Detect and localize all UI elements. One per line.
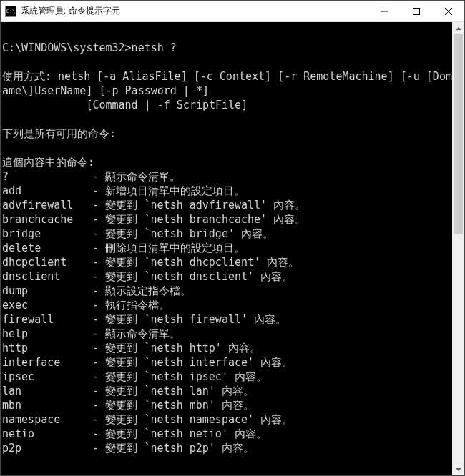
svg-marker-5 [456, 468, 461, 471]
scrollbar-thumb[interactable] [454, 34, 463, 234]
vertical-scrollbar[interactable] [452, 22, 464, 475]
close-button[interactable] [432, 1, 464, 21]
scrollbar-track[interactable] [452, 34, 464, 463]
cmd-icon: C:\ [5, 6, 16, 17]
svg-marker-4 [456, 27, 461, 30]
svg-rect-1 [413, 8, 419, 14]
scroll-down-button[interactable] [452, 463, 464, 475]
window-controls [368, 1, 464, 21]
maximize-button[interactable] [400, 1, 432, 21]
terminal-area: C:\WINDOWS\system32>netsh ? 使用方式: netsh … [1, 22, 464, 475]
scroll-up-button[interactable] [452, 22, 464, 34]
minimize-button[interactable] [368, 1, 400, 21]
terminal-output[interactable]: C:\WINDOWS\system32>netsh ? 使用方式: netsh … [1, 22, 452, 475]
window-title: 系統管理員: 命令提示字元 [21, 5, 368, 17]
command-prompt-window: C:\ 系統管理員: 命令提示字元 C:\WINDOWS\system32>ne… [0, 0, 465, 476]
titlebar[interactable]: C:\ 系統管理員: 命令提示字元 [1, 1, 464, 22]
